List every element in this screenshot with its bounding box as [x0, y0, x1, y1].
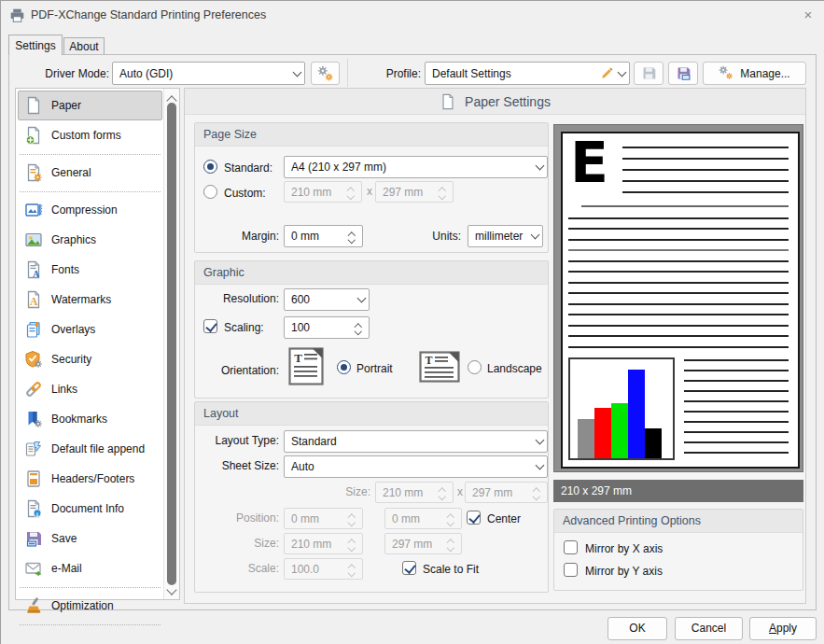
sheet-width-spinner[interactable]: 210 mm: [375, 482, 454, 503]
graphics-icon: [24, 231, 43, 249]
custom-width-spinner[interactable]: 210 mm: [284, 181, 362, 203]
layout-type-select[interactable]: Standard: [284, 430, 548, 453]
group-header: Layout: [195, 402, 548, 426]
profile-select[interactable]: Default Settings: [425, 62, 630, 85]
pencil-icon: [600, 66, 614, 80]
sidebar-item-bookmarks[interactable]: Bookmarks: [18, 404, 162, 434]
cancel-button[interactable]: Cancel: [675, 617, 743, 640]
scale-label: Scale:: [202, 562, 279, 575]
spinner-buttons[interactable]: [344, 231, 358, 243]
paper-icon: [24, 96, 43, 115]
units-select[interactable]: millimeter: [468, 225, 543, 247]
x-separator: x: [457, 485, 463, 498]
sidebar-item-document-info[interactable]: i Document Info: [18, 494, 162, 524]
sidebar-item-security[interactable]: Security: [18, 344, 162, 374]
default-file-append-icon: [24, 440, 43, 458]
resolution-select[interactable]: 600: [284, 288, 370, 311]
sidebar-item-paper[interactable]: Paper: [18, 91, 162, 120]
save-as-icon: [676, 65, 691, 81]
standard-radio[interactable]: [203, 160, 217, 174]
position-x-spinner[interactable]: 0 mm: [284, 508, 363, 529]
spinner-buttons[interactable]: [435, 186, 449, 198]
mirror-y-checkbox[interactable]: [564, 563, 578, 577]
apply-button[interactable]: Apply: [749, 617, 817, 640]
custom-height-spinner[interactable]: 297 mm: [375, 181, 454, 203]
panel-title: Paper Settings: [465, 94, 551, 109]
output-height-spinner[interactable]: 297 mm: [384, 533, 462, 554]
driver-mode-select[interactable]: Auto (GDI): [112, 62, 305, 85]
center-checkbox[interactable]: [467, 511, 481, 525]
paper-settings-icon: [440, 92, 456, 111]
standard-size-select[interactable]: A4 (210 x 297 mm): [284, 156, 548, 178]
sidebar-item-compression[interactable]: Compression: [18, 195, 162, 225]
sheet-height-spinner[interactable]: 297 mm: [465, 482, 548, 503]
headers-footers-icon: [24, 469, 43, 488]
sidebar-scrollbar[interactable]: [163, 89, 179, 599]
scale-spinner[interactable]: 100.0: [284, 558, 363, 580]
sidebar-item-custom-forms[interactable]: Custom forms: [18, 120, 162, 150]
scroll-down-icon[interactable]: [166, 584, 176, 595]
preview-bar-chart: [568, 357, 675, 460]
output-width-spinner[interactable]: 210 mm: [284, 533, 363, 554]
save-profile-as-button[interactable]: [668, 62, 698, 85]
settings-tab-page: Driver Mode: Auto (GDI) Profile: Default…: [8, 54, 817, 610]
landscape-radio[interactable]: [468, 360, 482, 374]
preview-size-badge: 210 x 297 mm: [553, 480, 803, 502]
ok-button[interactable]: OK: [608, 617, 667, 640]
sidebar-item-headers-footers[interactable]: Headers/Footers: [18, 464, 162, 494]
scaling-checkbox[interactable]: [203, 319, 217, 333]
sidebar-item-default-file-append[interactable]: Default file append: [18, 434, 162, 464]
security-icon: [24, 350, 43, 369]
sidebar-item-optimization[interactable]: Optimization: [18, 591, 162, 621]
sidebar-item-links[interactable]: Links: [18, 374, 162, 404]
spinner-buttons[interactable]: [443, 538, 457, 550]
sidebar-item-overlays[interactable]: Overlays: [18, 315, 162, 344]
landscape-page-icon: T: [419, 351, 460, 383]
sidebar-separator: [20, 188, 161, 195]
spinner-buttons[interactable]: [435, 486, 449, 498]
group-header: Graphic: [195, 261, 548, 285]
optimization-icon: [24, 596, 43, 615]
portrait-radio[interactable]: [337, 360, 351, 374]
spinner-buttons[interactable]: [344, 563, 358, 575]
units-label: Units:: [422, 230, 461, 243]
layout-type-label: Layout Type:: [202, 434, 279, 447]
spinner-buttons[interactable]: [443, 512, 457, 525]
chevron-down-icon: [357, 294, 367, 303]
sidebar-item-fonts[interactable]: A Fonts: [18, 255, 162, 285]
spinner-buttons[interactable]: [344, 512, 358, 525]
scrollbar-thumb[interactable]: [167, 103, 176, 585]
resolution-label: Resolution:: [204, 292, 279, 305]
sidebar-separator: [20, 583, 161, 591]
driver-mode-label: Driver Mode:: [28, 67, 109, 80]
scaling-spinner[interactable]: 100: [284, 316, 370, 339]
spinner-buttons[interactable]: [343, 186, 357, 198]
sheet-size-select[interactable]: Auto: [284, 455, 548, 478]
margin-spinner[interactable]: 0 mm: [284, 225, 363, 247]
manage-button[interactable]: Manage...: [703, 62, 806, 85]
spinner-buttons[interactable]: [529, 486, 543, 498]
sidebar-item-email[interactable]: e-Mail: [18, 553, 162, 583]
page-preview: E: [553, 124, 803, 472]
chevron-down-icon: [536, 436, 545, 445]
position-y-spinner[interactable]: 0 mm: [384, 508, 462, 529]
spinner-buttons[interactable]: [344, 538, 358, 550]
position-label: Position:: [202, 511, 279, 525]
close-icon[interactable]: ×: [797, 5, 819, 25]
spinner-buttons[interactable]: [351, 322, 365, 334]
tab-about[interactable]: About: [63, 37, 105, 55]
portrait-label: Portrait: [356, 362, 393, 375]
sidebar-item-general[interactable]: General: [18, 158, 162, 188]
scale-to-fit-checkbox[interactable]: [402, 561, 416, 575]
sidebar-item-graphics[interactable]: Graphics: [18, 225, 162, 255]
save-profile-button[interactable]: [634, 62, 663, 85]
gears-icon: [317, 65, 334, 82]
sidebar-item-watermarks[interactable]: A Watermarks: [18, 285, 162, 315]
printing-preferences-dialog: PDF-XChange Standard Printing Preference…: [0, 0, 824, 644]
sidebar-item-save[interactable]: Save: [18, 524, 162, 553]
mirror-x-checkbox[interactable]: [564, 540, 578, 554]
scale-to-fit-label: Scale to Fit: [423, 563, 479, 576]
tab-settings[interactable]: Settings: [8, 35, 63, 55]
custom-radio[interactable]: [203, 185, 217, 199]
chevron-down-icon: [536, 461, 545, 470]
